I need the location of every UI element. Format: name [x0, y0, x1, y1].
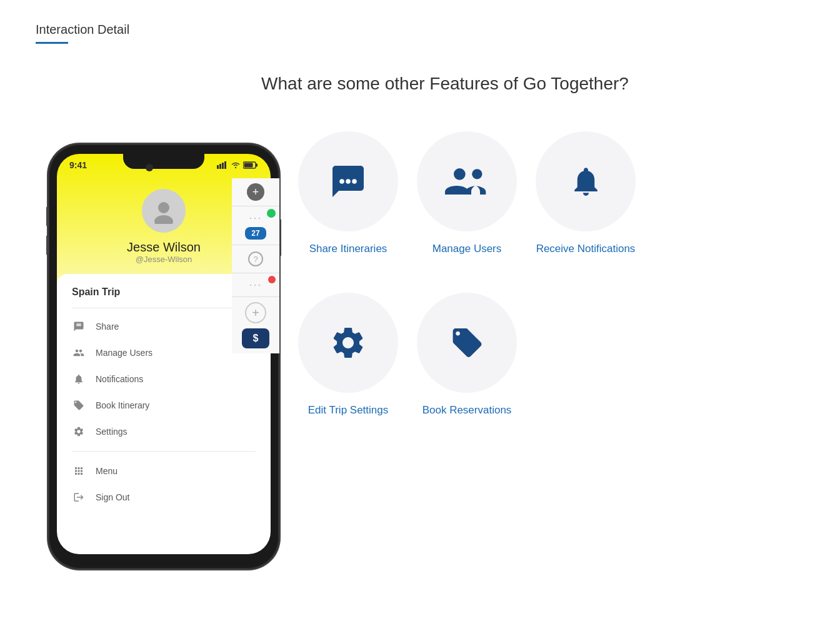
header: Interaction Detail — [0, 0, 840, 44]
edit-trip-settings-label: Edit Trip Settings — [308, 404, 389, 417]
receive-notifications-label: Receive Notifications — [536, 243, 636, 255]
divider — [72, 308, 256, 308]
section-divider — [72, 451, 256, 452]
gear-icon — [72, 425, 86, 438]
svg-point-11 — [80, 327, 81, 328]
help-section: ? — [232, 245, 279, 273]
svg-point-8 — [154, 215, 173, 224]
bell-icon — [72, 372, 86, 386]
feature-manage-users: Manage Users — [417, 131, 517, 255]
avatar-icon — [151, 198, 177, 224]
feature-book-reservations: Book Reservations — [417, 293, 517, 417]
status-icons — [217, 161, 258, 169]
book-reservations-circle — [417, 293, 517, 393]
settings-label: Settings — [96, 427, 128, 437]
feature-edit-trip-settings: Edit Trip Settings — [298, 293, 398, 417]
svg-rect-0 — [217, 165, 219, 169]
signal-icon — [217, 161, 228, 169]
user-handle: @Jesse-Wilson — [136, 255, 192, 264]
feature-receive-notifications: Receive Notifications — [536, 131, 636, 255]
book-reservations-label: Book Reservations — [422, 404, 512, 417]
signout-label: Sign Out — [96, 492, 129, 502]
dollar-button[interactable]: $ — [242, 328, 269, 348]
svg-point-15 — [454, 168, 466, 180]
more-options-button[interactable]: ··· — [249, 211, 262, 225]
edit-trip-settings-circle — [298, 293, 398, 393]
share-label: Share — [96, 322, 119, 332]
right-section: Share Itineraries Manage — [298, 131, 804, 417]
menu-item-book-itinerary[interactable]: Book Itinerary — [72, 392, 256, 418]
group-icon — [445, 163, 489, 200]
svg-rect-2 — [222, 163, 224, 169]
book-itinerary-label: Book Itinerary — [96, 400, 149, 410]
manage-users-label: Manage Users — [432, 243, 502, 255]
add-item-button[interactable]: + — [245, 302, 266, 323]
user-name: Jesse Wilson — [127, 240, 201, 255]
menu-item-manage-users[interactable]: Manage Users — [72, 340, 256, 366]
avatar — [142, 189, 186, 233]
clock: 9:41 — [69, 160, 87, 170]
svg-point-9 — [76, 327, 78, 328]
battery-icon — [243, 161, 258, 169]
menu-item-signout[interactable]: Sign Out — [72, 484, 256, 510]
trip-title: Spain Trip — [72, 286, 256, 298]
notifications-label: Notifications — [96, 374, 143, 384]
phone-notch — [123, 153, 204, 169]
help-icon[interactable]: ? — [248, 251, 263, 266]
grid-icon — [72, 464, 86, 478]
question-heading: What are some other Features of Go Toget… — [211, 74, 629, 93]
svg-point-16 — [472, 169, 482, 179]
page-title: Interaction Detail — [36, 23, 804, 37]
volume-up-button — [46, 206, 49, 226]
alert-badge — [268, 276, 276, 283]
svg-point-14 — [352, 179, 357, 184]
users-icon — [72, 346, 86, 360]
phone-mockup: 9:41 — [36, 144, 298, 569]
tag-icon — [72, 398, 86, 412]
menu-label: Menu — [96, 466, 118, 476]
svg-point-10 — [78, 327, 79, 328]
chat-bubbles-icon — [329, 163, 367, 200]
main-row: 9:41 — [36, 131, 804, 569]
chat-icon — [72, 320, 86, 333]
price-tag-icon — [450, 324, 484, 362]
menu-item-notifications[interactable]: Notifications — [72, 366, 256, 392]
svg-rect-1 — [219, 164, 221, 169]
phone-frame: 9:41 — [48, 144, 279, 569]
more-options-button-2[interactable]: ··· — [249, 278, 262, 291]
number-badge: 27 — [245, 227, 266, 240]
svg-rect-3 — [224, 161, 226, 169]
receive-notifications-circle — [536, 131, 636, 231]
notification-bell-icon — [569, 163, 603, 200]
share-itineraries-label: Share Itineraries — [309, 243, 388, 255]
svg-rect-5 — [256, 164, 258, 167]
svg-point-7 — [158, 202, 169, 213]
page: Interaction Detail What are some other F… — [0, 0, 840, 628]
manage-users-circle — [417, 131, 517, 231]
menu-item-share[interactable]: Share — [72, 313, 256, 340]
check-badge — [267, 209, 276, 218]
menu-item-menu[interactable]: Menu — [72, 458, 256, 484]
settings-gear-icon — [329, 324, 367, 362]
signout-icon — [72, 490, 86, 504]
add-trip-button[interactable]: + — [247, 183, 264, 201]
feature-share-itineraries: Share Itineraries — [298, 131, 398, 255]
manage-users-label: Manage Users — [96, 348, 152, 358]
volume-down-button — [46, 235, 49, 255]
share-itineraries-circle — [298, 131, 398, 231]
menu-item-settings[interactable]: Settings — [72, 418, 256, 445]
svg-point-12 — [339, 179, 344, 184]
features-top-row: Share Itineraries Manage — [298, 131, 804, 255]
front-camera — [146, 164, 153, 171]
svg-rect-6 — [244, 163, 253, 168]
svg-point-13 — [346, 179, 351, 184]
content-area: What are some other Features of Go Toget… — [0, 44, 840, 569]
phone-side-buttons-left — [46, 206, 49, 255]
features-bottom-row: Edit Trip Settings Book Reservations — [298, 293, 804, 417]
wifi-icon — [231, 161, 241, 169]
